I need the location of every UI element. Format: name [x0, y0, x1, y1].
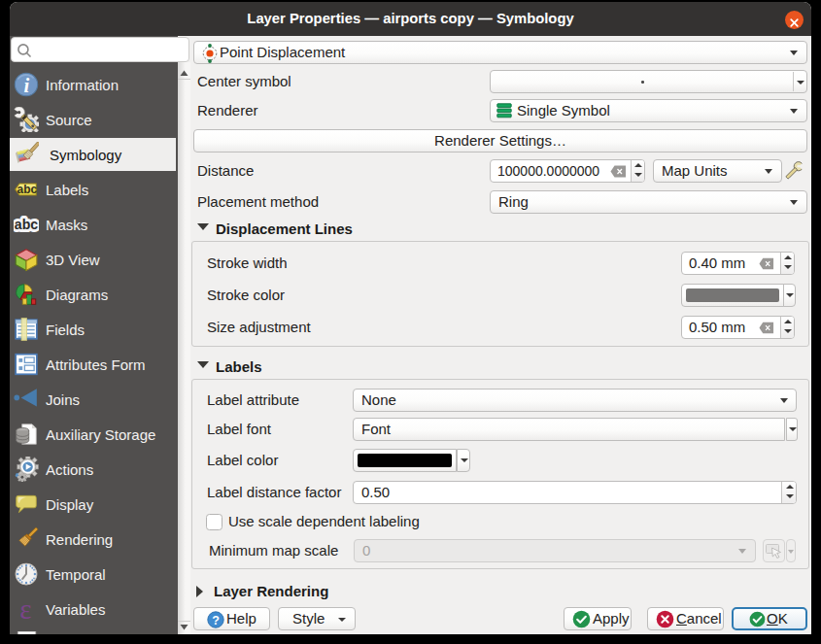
svg-text:ε: ε: [19, 596, 31, 622]
svg-text:?: ?: [212, 613, 220, 627]
svg-text:abc: abc: [15, 217, 38, 232]
svg-text:abc: abc: [17, 183, 38, 196]
svg-text:i: i: [24, 75, 30, 96]
